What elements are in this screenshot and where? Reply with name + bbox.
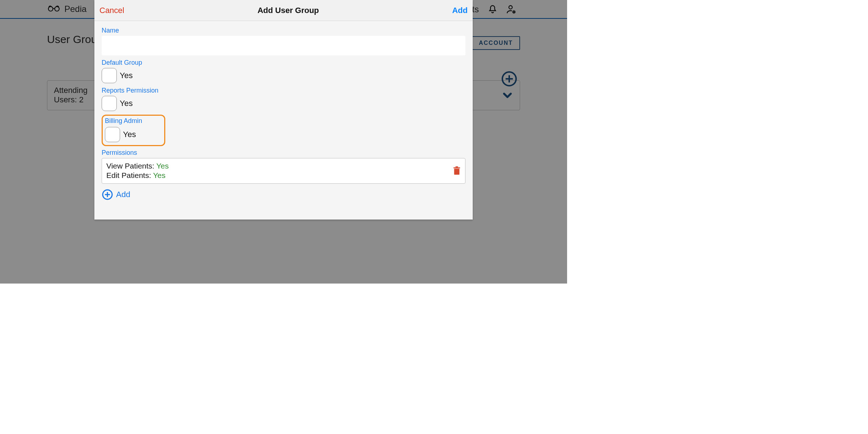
default-group-text: Yes [120,71,133,80]
permissions-label: Permissions [102,149,465,157]
permissions-field: Permissions View Patients: Yes Edit Pati… [102,149,465,184]
reports-permission-text: Yes [120,99,133,108]
name-input[interactable] [102,36,465,55]
reports-permission-label: Reports Permission [102,87,465,94]
svg-rect-7 [455,166,458,167]
permission-line-1: View Patients: Yes [106,161,169,171]
permission-lines: View Patients: Yes Edit Patients: Yes [106,161,169,180]
permission-line-2: Edit Patients: Yes [106,171,169,180]
billing-admin-text: Yes [123,130,136,139]
add-button[interactable]: Add [452,6,468,15]
add-permission-button[interactable]: Add [102,189,465,200]
reports-permission-field: Reports Permission Yes [102,87,465,111]
default-group-field: Default Group Yes [102,59,465,83]
modal-title: Add User Group [258,6,319,15]
modal-body: Name Default Group Yes Reports Permissio… [94,21,473,220]
default-group-checkbox[interactable] [102,68,117,83]
default-group-label: Default Group [102,59,465,67]
svg-rect-5 [454,169,460,175]
billing-admin-highlight: Billing Admin Yes [102,115,165,146]
trash-icon[interactable] [453,166,461,175]
add-user-group-modal: Cancel Add User Group Add Name Default G… [94,0,473,220]
reports-permission-checkbox[interactable] [102,96,117,111]
modal-header: Cancel Add User Group Add [94,0,473,21]
add-permission-label: Add [116,190,130,199]
name-label: Name [102,27,465,34]
cancel-button[interactable]: Cancel [99,6,124,15]
billing-admin-label: Billing Admin [105,117,162,125]
name-field: Name [102,27,465,55]
svg-rect-6 [454,167,460,169]
billing-admin-checkbox[interactable] [105,127,120,142]
permission-item[interactable]: View Patients: Yes Edit Patients: Yes [102,158,465,184]
